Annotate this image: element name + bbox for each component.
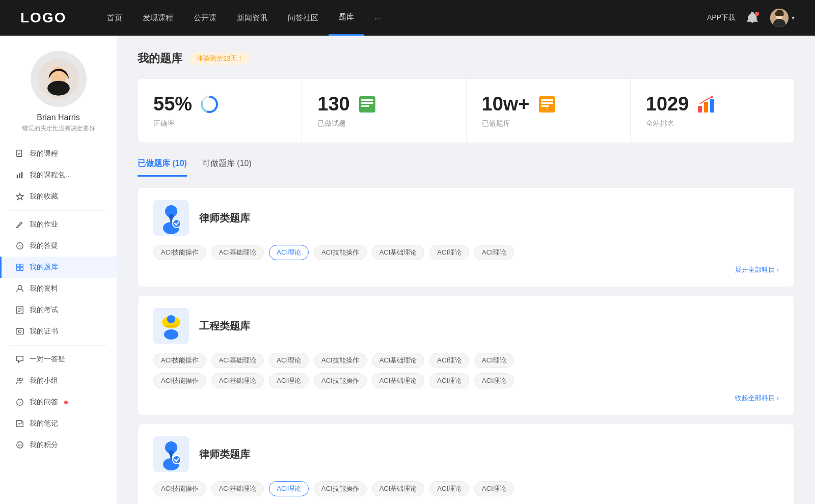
sidebar-item-label-course: 我的课程: [30, 149, 58, 158]
tag-2-2-1[interactable]: ACI技能操作: [153, 373, 206, 388]
myqa-notification-dot: [64, 401, 68, 404]
nav-qbank[interactable]: 题库: [329, 0, 364, 36]
tag-1-2[interactable]: ACI基础理论: [211, 245, 264, 260]
question-circle-icon: ?: [15, 241, 24, 250]
qbank-header-3: 律师类题库: [153, 436, 779, 472]
tag-2-2-3[interactable]: ACI理论: [269, 373, 309, 388]
trial-badge: 体验剩余23天！: [189, 52, 251, 65]
svg-rect-19: [20, 268, 23, 270]
nav-more[interactable]: ···: [364, 0, 391, 36]
tag-2-1-7[interactable]: ACI理论: [474, 353, 514, 368]
tag-1-3[interactable]: ACI理论: [269, 245, 309, 260]
tag-1-1[interactable]: ACI技能操作: [153, 245, 206, 260]
tabs: 已做题库 (10) 可做题库 (10): [138, 158, 795, 177]
sidebar-item-label-package: 我的课程包...: [30, 171, 71, 180]
svg-point-65: [169, 450, 174, 455]
tag-3-5[interactable]: ACI基础理论: [372, 481, 425, 496]
page-title: 我的题库: [138, 51, 182, 66]
sidebar-item-label-profile: 我的资料: [30, 284, 58, 293]
sidebar-item-group[interactable]: 我的小组: [0, 370, 117, 391]
tag-2-2-4[interactable]: ACI技能操作: [314, 373, 367, 388]
stat-value-done-b: 10w+: [482, 93, 530, 115]
tag-3-6[interactable]: ACI理论: [429, 481, 469, 496]
nav-discover[interactable]: 发现课程: [132, 0, 183, 36]
svg-point-26: [18, 330, 21, 332]
qbank-name-3: 律师类题库: [199, 447, 250, 461]
svg-rect-44: [541, 102, 553, 104]
divider-2: [10, 345, 106, 346]
chevron-down-icon: ▾: [792, 14, 795, 21]
sidebar-item-package[interactable]: 我的课程包...: [0, 164, 117, 186]
user-avatar-menu[interactable]: ▾: [770, 9, 795, 27]
tag-1-5[interactable]: ACI基础理论: [372, 245, 425, 260]
tag-3-2[interactable]: ACI基础理论: [211, 481, 264, 496]
sidebar-item-profile[interactable]: 我的资料: [0, 278, 117, 299]
tag-3-7[interactable]: ACI理论: [474, 481, 514, 496]
sidebar-item-points[interactable]: 积 我的积分: [0, 434, 117, 456]
tag-2-1-5[interactable]: ACI基础理论: [372, 353, 425, 368]
tag-1-6[interactable]: ACI理论: [429, 245, 469, 260]
tag-2-2-2[interactable]: ACI基础理论: [211, 373, 264, 388]
tag-2-1-4[interactable]: ACI技能操作: [314, 353, 367, 368]
profile-motto: 错误的决定比没有决定要好: [22, 124, 95, 133]
sidebar-item-course[interactable]: 我的课程: [0, 143, 117, 164]
svg-text:?: ?: [19, 401, 21, 405]
expand-link-1[interactable]: 展开全部科目 ›: [153, 265, 779, 274]
stat-value-accuracy: 55%: [153, 93, 192, 115]
svg-rect-59: [166, 325, 177, 327]
tab-done[interactable]: 已做题库 (10): [138, 158, 187, 177]
tag-2-1-1[interactable]: ACI技能操作: [153, 353, 206, 368]
notification-bell[interactable]: [746, 11, 760, 25]
svg-rect-39: [361, 99, 373, 101]
app-download-button[interactable]: APP下载: [707, 13, 736, 22]
sidebar-menu: 我的课程 我的课程包... 我的收藏 我的作业: [0, 143, 117, 456]
chart-bar-icon: [15, 171, 24, 180]
nav-qa[interactable]: 问答社区: [278, 0, 329, 36]
svg-text:积: 积: [18, 443, 22, 448]
note-icon: [15, 419, 24, 428]
tag-2-1-3[interactable]: ACI理论: [269, 353, 309, 368]
stat-label-accuracy: 正确率: [153, 119, 286, 128]
tag-2-2-6[interactable]: ACI理论: [429, 373, 469, 388]
tag-3-3[interactable]: ACI理论: [269, 481, 309, 496]
sidebar-item-exam[interactable]: 我的考试: [0, 299, 117, 321]
sidebar-item-cert[interactable]: 我的证书: [0, 321, 117, 342]
tag-2-1-2[interactable]: ACI基础理论: [211, 353, 264, 368]
collapse-link-2[interactable]: 收起全部科目 ›: [153, 394, 779, 403]
stat-done-questions: 130 已做试题: [302, 79, 466, 143]
svg-point-60: [167, 315, 175, 323]
file-icon: [15, 149, 24, 158]
header-right: APP下载 ▾: [707, 9, 795, 27]
stat-accuracy: 55% 正确率: [138, 79, 302, 143]
tag-3-4[interactable]: ACI技能操作: [314, 481, 367, 496]
tag-2-1-6[interactable]: ACI理论: [429, 353, 469, 368]
sidebar-item-myqa[interactable]: ? 我的问答: [0, 391, 117, 413]
nav-news[interactable]: 新闻资讯: [227, 0, 278, 36]
sidebar-item-notes[interactable]: 我的笔记: [0, 413, 117, 434]
tag-1-7[interactable]: ACI理论: [474, 245, 514, 260]
tag-2-2-7[interactable]: ACI理论: [474, 373, 514, 388]
svg-point-28: [20, 378, 22, 381]
divider-1: [10, 210, 106, 211]
document-icon: [15, 305, 24, 315]
user-icon: [15, 284, 24, 293]
sidebar-item-answers[interactable]: ? 我的答疑: [0, 235, 117, 257]
tag-3-1[interactable]: ACI技能操作: [153, 481, 206, 496]
sidebar-item-qbank[interactable]: 我的题库: [0, 257, 117, 278]
sidebar-item-one-on-one[interactable]: 一对一答疑: [0, 349, 117, 370]
profile-name: Brian Harris: [37, 113, 79, 122]
qbank-name-2: 工程类题库: [199, 319, 250, 333]
page-header: 我的题库 体验剩余23天！: [138, 51, 795, 66]
tag-1-4[interactable]: ACI技能操作: [314, 245, 367, 260]
nav-open[interactable]: 公开课: [183, 0, 227, 36]
sidebar-item-favorites[interactable]: 我的收藏: [0, 186, 117, 207]
logo[interactable]: LOGO: [20, 10, 66, 26]
tag-2-2-5[interactable]: ACI基础理论: [372, 373, 425, 388]
tab-available[interactable]: 可做题库 (10): [202, 158, 252, 177]
sidebar-item-homework[interactable]: 我的作业: [0, 214, 117, 235]
nav-home[interactable]: 首页: [97, 0, 132, 36]
avatar: [770, 9, 789, 27]
sidebar-item-label-qbank: 我的题库: [30, 263, 58, 272]
stat-done-banks: 10w+ ≡ 已做题库: [467, 79, 631, 143]
done-banks-icon: ≡: [537, 94, 557, 115]
